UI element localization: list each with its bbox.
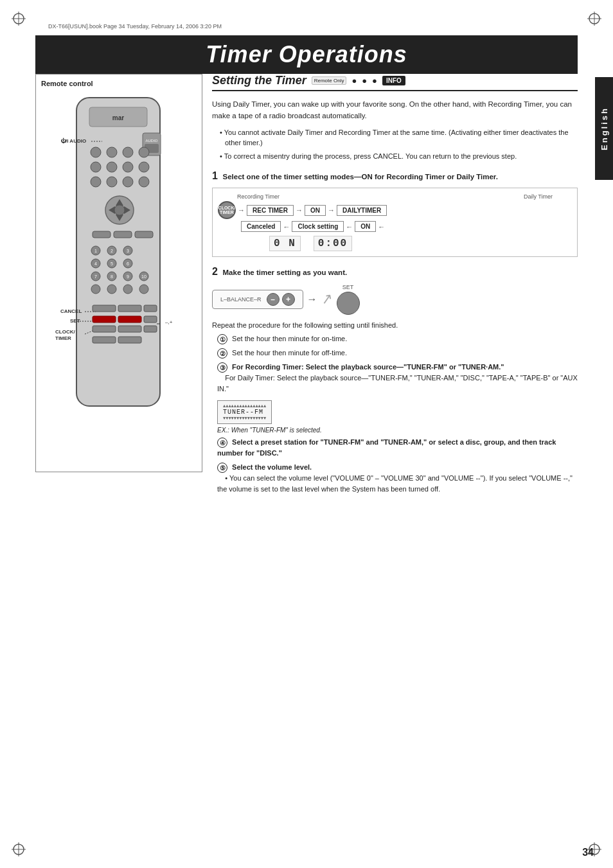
daily-timer-label: Daily Timer <box>524 193 553 200</box>
svg-point-26 <box>123 162 133 172</box>
section-heading: Setting the Timer Remote Only ● ● ● INFO <box>212 74 578 91</box>
svg-text:7: 7 <box>94 274 97 279</box>
svg-rect-72 <box>93 316 116 323</box>
display-seg-2: 0:00 <box>314 236 352 251</box>
sub-step-2-circle: ② <box>217 348 227 359</box>
corner-mark-bl <box>12 842 26 856</box>
svg-rect-79 <box>118 326 141 332</box>
right-panel: Setting the Timer Remote Only ● ● ● INFO… <box>212 74 578 833</box>
sub-step-5-text-bold: Select the volume level. <box>232 463 312 471</box>
step-2-number: 2 <box>212 266 218 277</box>
page-number: 34 <box>582 847 594 858</box>
sub-step-1-circle: ① <box>217 334 227 344</box>
minus-btn: – <box>267 293 280 306</box>
svg-rect-82 <box>118 337 141 343</box>
sub-step-5: ⑤ Select the volume level. • You can sel… <box>217 462 578 495</box>
svg-text:CANCEL: CANCEL <box>60 308 82 314</box>
timer-diagram: Recording Timer Daily Timer CLOCK/TIMER … <box>212 188 578 257</box>
svg-point-31 <box>139 177 149 187</box>
svg-point-20 <box>91 147 101 157</box>
svg-point-37 <box>114 205 125 215</box>
svg-text:2: 2 <box>111 249 113 253</box>
header-bar: Timer Operations <box>35 35 578 74</box>
rec-timer-box: REC TIMER <box>247 205 294 216</box>
svg-text:SET: SET <box>70 318 80 324</box>
svg-point-22 <box>123 147 133 157</box>
svg-point-64 <box>139 285 148 294</box>
flow-sub-row: Canceled ← Clock setting ← ON ← <box>218 221 572 232</box>
svg-point-29 <box>107 177 117 187</box>
svg-point-27 <box>139 162 149 172</box>
arrow-curve: ↗ <box>319 290 333 308</box>
flow-labels: Recording Timer Daily Timer <box>218 193 572 200</box>
set-btn <box>337 292 360 315</box>
sub-step-1: ① Set the hour then minute for on-time. <box>217 333 578 344</box>
balance-label: L–BALANCE–R <box>220 296 262 303</box>
svg-text:4: 4 <box>94 261 97 266</box>
svg-text:10: 10 <box>141 274 147 279</box>
sub-step-3-circle: ③ <box>217 362 227 373</box>
sub-step-5-text-normal: • You can select the volume level ("VOLU… <box>217 474 573 493</box>
remote-control-box: Remote control mar ⏻/I AUDIO AUDIO <box>35 74 202 472</box>
intro-paragraph-1: Using Daily Timer, you can wake up with … <box>212 99 578 122</box>
svg-point-25 <box>107 162 117 172</box>
svg-point-23 <box>139 147 149 157</box>
svg-text:⏻/I AUDIO: ⏻/I AUDIO <box>60 137 86 144</box>
flow-main-row: CLOCK/TIMER → REC TIMER → ON → DAILYTIME… <box>218 201 572 219</box>
svg-text:1: 1 <box>94 249 97 253</box>
bullet-1: • You cannot activate Daily Timer and Re… <box>220 127 578 148</box>
language-tab-label: English <box>600 107 609 150</box>
remote-only-badge: Remote Only <box>312 76 347 85</box>
sub-step-1-text: Set the hour then minute for on-time. <box>232 335 347 342</box>
svg-text:mar: mar <box>112 114 124 121</box>
svg-text:TIMER: TIMER <box>55 335 71 341</box>
sub-step-3-text-bold: For Recording Timer: Select the playback… <box>232 363 504 371</box>
sub-step-2-text: Set the hour then minute for off-time. <box>232 349 347 357</box>
sub-step-4-circle: ④ <box>217 438 227 448</box>
sub-step-4-text: Select a preset station for "TUNER-FM" a… <box>217 438 556 457</box>
sub-step-4: ④ Select a preset station for "TUNER-FM"… <box>217 437 578 459</box>
corner-mark-tr <box>587 12 601 26</box>
svg-text:–,+: –,+ <box>165 319 173 325</box>
sub-step-3-text-normal: For Daily Timer: Select the playback sou… <box>217 374 578 393</box>
svg-rect-39 <box>114 231 132 238</box>
set-control: SET <box>337 284 360 315</box>
bullet-2: • To correct a misentry during the proce… <box>220 151 578 162</box>
svg-point-21 <box>107 147 117 157</box>
section-title: Setting the Timer <box>212 74 306 87</box>
on1-box: ON <box>305 205 326 216</box>
display-indicators: 0 N 0:00 <box>269 236 572 251</box>
svg-rect-68 <box>118 305 141 312</box>
svg-rect-67 <box>93 305 116 312</box>
svg-rect-78 <box>93 326 116 332</box>
info-badge: INFO <box>382 76 405 85</box>
metadata-line: DX-T66[USUN].book Page 34 Tuesday, Febru… <box>48 23 222 30</box>
svg-rect-80 <box>144 326 157 332</box>
svg-point-63 <box>123 285 132 294</box>
display-seg-1: 0 N <box>269 236 301 251</box>
step-1-number: 1 <box>212 170 218 181</box>
svg-rect-40 <box>135 231 153 238</box>
svg-point-62 <box>107 285 116 294</box>
step-1-text: Select one of the timer setting modes—ON… <box>223 173 498 181</box>
svg-text:5: 5 <box>111 261 113 266</box>
svg-text:6: 6 <box>127 261 129 266</box>
tuner-display: ▲▲▲▲▲▲▲▲▲▲▲▲▲▲▲▲ TUNER--FM ▼▼▼▼▼▼▼▼▼▼▼▼▼… <box>217 400 272 424</box>
sub-step-3: ③ For Recording Timer: Select the playba… <box>217 362 578 394</box>
sub-step-5-circle: ⑤ <box>217 463 227 473</box>
svg-text:3: 3 <box>127 249 129 253</box>
svg-point-61 <box>91 285 100 294</box>
svg-point-30 <box>123 177 133 187</box>
svg-point-28 <box>91 177 101 187</box>
plus-btn: + <box>282 293 295 306</box>
sub-step-2: ② Set the hour then minute for off-time. <box>217 348 578 359</box>
left-panel: Remote control mar ⏻/I AUDIO AUDIO <box>35 74 202 833</box>
clock-timer-btn: CLOCK/TIMER <box>218 201 236 219</box>
svg-text:9: 9 <box>127 274 129 279</box>
canceled-box: Canceled <box>241 221 281 232</box>
main-content: Remote control mar ⏻/I AUDIO AUDIO <box>35 74 578 833</box>
svg-rect-74 <box>144 316 157 323</box>
step-2: 2 Make the timer setting as you want. <box>212 266 578 278</box>
balance-control: L–BALANCE–R – + <box>212 290 303 309</box>
controls-diagram: L–BALANCE–R – + → ↗ SET <box>212 284 578 315</box>
